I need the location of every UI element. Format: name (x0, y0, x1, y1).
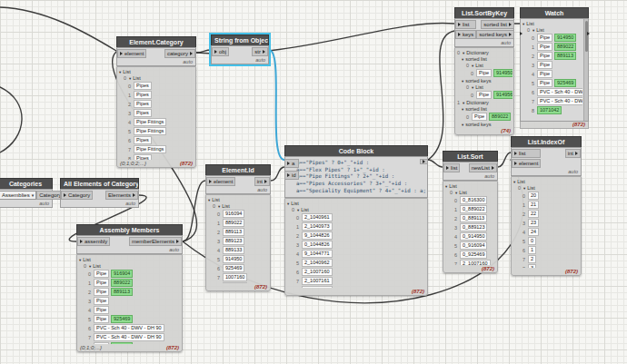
input-port-category[interactable]: Category (61, 191, 93, 200)
expand-caret-icon[interactable]: ▾ (523, 186, 525, 191)
list-row: 12_1040973 (286, 222, 426, 231)
output-port-arrow-icon[interactable] (587, 32, 590, 35)
output-port-int[interactable]: int (254, 177, 270, 186)
list-value: Pipe (94, 306, 109, 314)
wire-selected-string-to-codeblock[interactable] (269, 50, 284, 160)
list-row: 6PVC - Sch 40 - DWV - DH 90 (78, 324, 181, 332)
expand-caret-icon[interactable]: ▾ (532, 28, 534, 33)
node-header[interactable]: List.IndexOf (511, 136, 582, 147)
output-port-int[interactable]: int (565, 149, 581, 158)
input-port-list[interactable]: list (443, 163, 460, 172)
list-row: 222 (513, 210, 580, 218)
output-port-str[interactable]: str (252, 47, 268, 56)
node-header[interactable]: Assembly Members (76, 224, 183, 235)
scrollbar-thumb[interactable] (585, 21, 588, 52)
expand-caret-icon[interactable]: ▾ (462, 57, 463, 62)
list-index: 0 (88, 271, 92, 277)
expand-caret-icon[interactable]: ▾ (463, 101, 464, 105)
element-id-badge: 916904 (111, 270, 133, 278)
expand-caret-icon[interactable]: ▾ (287, 202, 289, 206)
input-port-list[interactable]: list (455, 20, 476, 29)
list-index: 1 (88, 280, 92, 286)
list-index: 2 (532, 54, 535, 59)
wire-list-sort-to-indexof[interactable] (498, 152, 511, 167)
dynamo-canvas[interactable]: Element.Category element category auto (0, 0, 627, 364)
input-port-obj[interactable]: obj (212, 47, 229, 56)
output-port-category[interactable]: category (164, 49, 195, 58)
output-port-elements[interactable]: Elements (105, 191, 138, 200)
expand-caret-icon[interactable]: ▾ (208, 198, 210, 202)
input-port-list[interactable]: list (512, 149, 541, 158)
watch-list: ▾List0▾List0Pipe9149501Pipe8890222Pipe88… (521, 19, 583, 121)
node-header[interactable]: All Elements of Category (60, 178, 139, 189)
input-port-keys[interactable]: keys (455, 30, 476, 39)
input-port-assembly[interactable]: assembly (77, 237, 110, 246)
node-header[interactable]: Watch (520, 7, 589, 18)
wire-offcanvas-left-arc[interactable] (0, 87, 22, 152)
expand-caret-icon[interactable]: ▾ (89, 264, 91, 269)
expand-caret-icon[interactable]: ▾ (462, 107, 463, 112)
input-port-element[interactable]: element (117, 49, 146, 58)
list-value: Pipe Fittings (134, 145, 166, 153)
expand-caret-icon[interactable]: ▾ (513, 180, 515, 184)
list-index: 0 (213, 203, 216, 209)
code-editor[interactable]: a=="Pipes" ? 0+"_"+id :a=="Flex Pipes" ?… (285, 157, 427, 197)
expand-caret-icon[interactable]: ▾ (472, 64, 473, 68)
expand-caret-icon[interactable]: ▾ (522, 22, 524, 26)
port-label: element (124, 50, 144, 57)
expand-caret-icon[interactable]: ▾ (472, 85, 473, 90)
input-port-element[interactable]: element (512, 159, 541, 168)
expand-caret-icon[interactable]: ▾ (462, 123, 463, 127)
node-header[interactable]: String from Object (211, 34, 269, 45)
port-label: element (519, 160, 538, 167)
node-header[interactable]: Code Block (284, 145, 428, 156)
node-categories[interactable]: Categories Assemblies ▾ Category auto (0, 178, 53, 208)
node-code-block[interactable]: Code Block a id a=="Pipes" ? 0+"_"+id :a… (284, 145, 428, 198)
node-list-indexof[interactable]: List.IndexOf list element int (511, 136, 582, 176)
output-port-sorted-keys[interactable]: sorted keys (476, 30, 514, 39)
input-port-element[interactable]: element (206, 177, 235, 186)
expand-caret-icon[interactable]: ▾ (463, 51, 464, 55)
node-element-id[interactable]: Element.Id element int auto ▾ (205, 164, 271, 194)
wire-element-id-to-codeblock[interactable] (271, 167, 284, 181)
input-port-id[interactable]: id (284, 171, 299, 180)
node-header[interactable]: List.SortByKey (454, 7, 514, 18)
node-list-sortbykey[interactable]: List.SortByKey list keys sorted list (454, 7, 514, 47)
expand-caret-icon[interactable]: ▾ (462, 79, 463, 84)
item-count-label: (872) (565, 269, 578, 274)
node-string-from-object[interactable]: String from Object obj str auto (211, 34, 269, 64)
output-port-member-elements[interactable]: memberElements (129, 237, 182, 246)
output-port-newlist[interactable]: newList (469, 163, 497, 172)
expand-caret-icon[interactable]: ▾ (455, 191, 457, 195)
list-row: 0▾List (522, 27, 582, 33)
wire-offcanvas-to-element-category[interactable] (0, 7, 116, 51)
item-count-label: (872) (572, 122, 585, 127)
wire-codeblock-to-list-sort[interactable] (428, 160, 443, 167)
list-index: 4 (532, 72, 535, 77)
node-watch[interactable]: Watch ▾List0▾List0Pipe9149501Pipe8890222… (520, 7, 589, 129)
expand-caret-icon[interactable]: ▾ (297, 208, 299, 212)
input-port-arrow-icon[interactable] (520, 32, 522, 35)
port-arrow-icon (287, 173, 290, 177)
node-assembly-members[interactable]: Assembly Members assembly memberElements… (76, 224, 183, 254)
node-header[interactable]: Element.Id (205, 164, 271, 175)
output-port-sorted-list[interactable]: sorted list (481, 20, 514, 29)
list-index: 1 (532, 44, 535, 50)
wire-codeblock-to-sortbykey-keys[interactable] (428, 31, 454, 160)
expand-caret-icon[interactable]: ▾ (129, 76, 131, 81)
node-element-category[interactable]: Element.Category element category auto (116, 36, 196, 66)
expand-caret-icon[interactable]: ▾ (79, 258, 81, 262)
node-header[interactable]: List.Sort (443, 151, 498, 162)
port-arrow-icon (509, 33, 512, 36)
expand-caret-icon[interactable]: ▾ (119, 70, 121, 74)
output-port[interactable] (420, 159, 428, 164)
node-header[interactable]: Element.Category (116, 36, 196, 47)
node-header[interactable]: Categories (0, 178, 53, 189)
node-list-sort[interactable]: List.Sort list newList auto ▾ (443, 151, 498, 181)
list-group-label: List (123, 69, 131, 74)
input-port-a[interactable]: a (284, 159, 299, 168)
expand-caret-icon[interactable]: ▾ (218, 204, 220, 209)
expand-caret-icon[interactable]: ▾ (445, 184, 447, 189)
node-all-elements-of-category[interactable]: All Elements of Category Category Elemen… (60, 178, 139, 208)
category-dropdown[interactable]: Assemblies ▾ (0, 191, 36, 200)
